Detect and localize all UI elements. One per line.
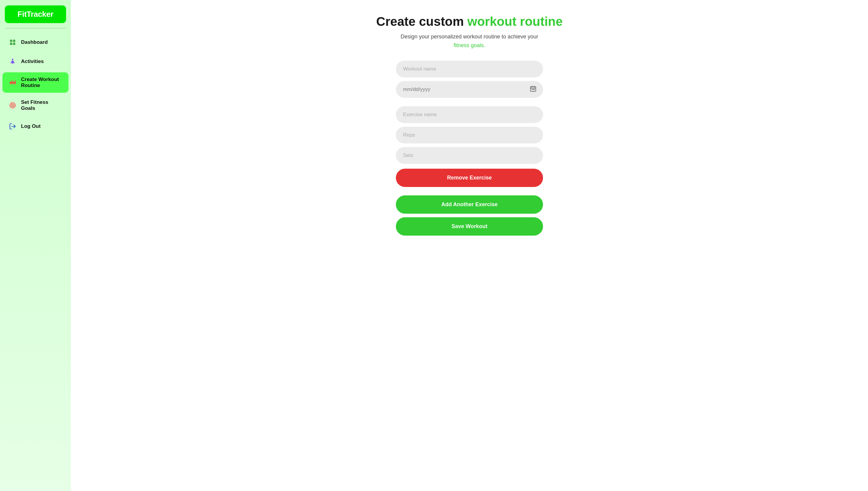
- main-content: Create custom workout routine Design you…: [71, 0, 868, 491]
- sidebar-item-dashboard-label: Dashboard: [21, 39, 48, 45]
- set-goals-icon: [8, 101, 17, 110]
- svg-rect-0: [10, 39, 12, 42]
- svg-rect-2: [10, 42, 12, 45]
- workout-name-input[interactable]: [396, 61, 543, 78]
- sets-input[interactable]: [396, 147, 543, 164]
- workout-form: Remove Exercise Add Another Exercise Sav…: [396, 61, 543, 236]
- logout-icon: [8, 122, 17, 131]
- activities-icon: [8, 57, 17, 66]
- create-workout-icon: [8, 78, 17, 87]
- svg-point-4: [12, 59, 13, 60]
- exercise-name-input[interactable]: [396, 106, 543, 123]
- sidebar-item-activities[interactable]: Activities: [2, 53, 69, 70]
- remove-exercise-button[interactable]: Remove Exercise: [396, 169, 543, 187]
- sidebar-nav: Dashboard Activities: [0, 31, 71, 138]
- sidebar-divider: [5, 28, 66, 29]
- page-subtitle-highlight: fitness goals.: [454, 42, 485, 48]
- add-another-exercise-button[interactable]: Add Another Exercise: [396, 195, 543, 214]
- page-header: Create custom workout routine Design you…: [376, 15, 563, 50]
- reps-input[interactable]: [396, 127, 543, 143]
- page-title-plain: Create custom: [376, 15, 464, 29]
- svg-rect-3: [13, 42, 15, 45]
- sidebar-item-create-workout-label: Create Workout Routine: [21, 77, 62, 89]
- sidebar-item-logout[interactable]: Log Out: [2, 118, 69, 135]
- logo-button[interactable]: FitTracker: [5, 5, 66, 23]
- sidebar-item-create-workout[interactable]: Create Workout Routine: [2, 72, 69, 93]
- sidebar-item-set-goals[interactable]: Set Fitness Goals: [2, 95, 69, 116]
- page-title-highlight: workout routine: [467, 15, 563, 29]
- svg-rect-9: [9, 82, 16, 83]
- page-subtitle-plain: Design your personalized workout routine…: [401, 34, 538, 39]
- sidebar: FitTracker Dashboard: [0, 0, 71, 491]
- date-input[interactable]: [396, 81, 543, 98]
- svg-rect-1: [13, 39, 15, 42]
- save-workout-button[interactable]: Save Workout: [396, 217, 543, 236]
- logo-text: FitTracker: [18, 9, 53, 19]
- dashboard-icon: [8, 38, 17, 47]
- page-title: Create custom workout routine: [376, 15, 563, 29]
- sidebar-item-activities-label: Activities: [21, 59, 44, 64]
- sidebar-item-logout-label: Log Out: [21, 123, 40, 129]
- date-input-wrapper: [396, 81, 543, 98]
- svg-point-12: [12, 105, 13, 106]
- page-subtitle: Design your personalized workout routine…: [376, 32, 563, 50]
- sidebar-item-dashboard[interactable]: Dashboard: [2, 34, 69, 51]
- exercise-section: Remove Exercise: [396, 106, 543, 187]
- sidebar-item-set-goals-label: Set Fitness Goals: [21, 99, 62, 111]
